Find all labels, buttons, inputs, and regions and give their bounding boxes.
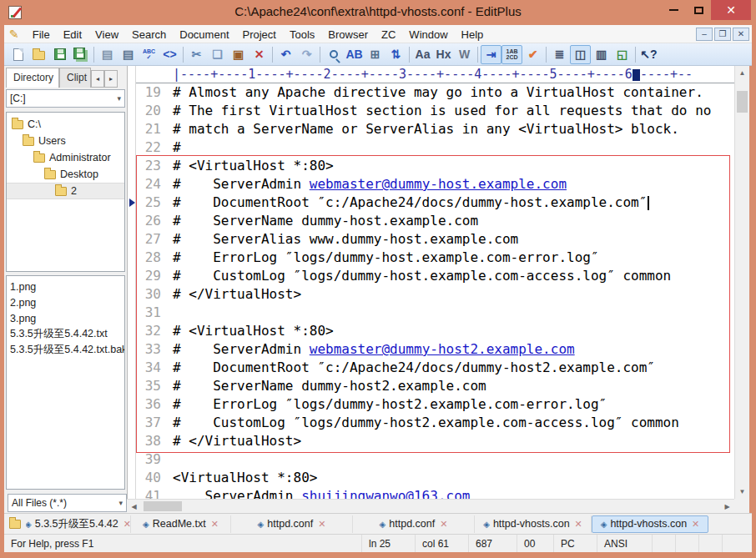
- menu-project[interactable]: Project: [236, 27, 283, 43]
- redo-button[interactable]: ↷: [296, 45, 317, 64]
- code-line[interactable]: 23# <VirtualHost *:80>: [136, 157, 734, 175]
- tab-scroll-left-icon[interactable]: ◂: [91, 70, 104, 88]
- scroll-left-icon[interactable]: ◀: [127, 500, 141, 513]
- save-button[interactable]: [49, 45, 70, 64]
- scroll-right-icon[interactable]: ▶: [720, 500, 734, 513]
- indent-guide-button[interactable]: ⇥: [481, 45, 501, 64]
- menu-help[interactable]: Help: [455, 27, 491, 43]
- mdi-minimize-button[interactable]: –: [696, 28, 713, 41]
- delete-button[interactable]: ✕: [249, 45, 270, 64]
- file-filter-selector[interactable]: All Files (*.*) ▾: [8, 494, 127, 512]
- code-line[interactable]: 38# </VirtualHost>: [136, 432, 734, 450]
- code-line[interactable]: 21# match a ServerName or ServerAlias in…: [136, 120, 734, 138]
- menu-view[interactable]: View: [88, 27, 125, 43]
- spell-check-button[interactable]: ABC✓: [139, 45, 159, 64]
- cut-button[interactable]: ✂: [186, 45, 207, 64]
- code-line[interactable]: 37# CustomLog ″logs/dummy-host2.example.…: [136, 414, 734, 432]
- code-line[interactable]: 33# ServerAdmin webmaster@dummy-host2.ex…: [136, 340, 734, 359]
- find-button[interactable]: [323, 45, 344, 64]
- file-item[interactable]: 2.png: [7, 294, 124, 310]
- document-tab[interactable]: ◈httpd.conf✕: [353, 515, 475, 533]
- document-tab[interactable]: ◈ReadMe.txt✕: [131, 515, 231, 533]
- menu-search[interactable]: Search: [125, 27, 173, 43]
- close-tab-icon[interactable]: ✕: [575, 519, 582, 530]
- file-item[interactable]: 5.3.5升级至5.4.42.txt: [7, 326, 124, 342]
- syntax-check-button[interactable]: ✔: [522, 45, 543, 64]
- mdi-restore-button[interactable]: ❐: [714, 28, 731, 41]
- menu-file[interactable]: File: [26, 27, 57, 43]
- print-button[interactable]: ▤: [118, 45, 139, 64]
- menu-window[interactable]: Window: [402, 27, 454, 43]
- code-line[interactable]: 35# ServerName dummy-host2.example.com: [136, 377, 734, 395]
- menu-document[interactable]: Document: [173, 27, 235, 43]
- tree-item-desktop[interactable]: Desktop: [7, 166, 124, 183]
- open-file-button[interactable]: [28, 45, 49, 64]
- tree-item-users[interactable]: Users: [7, 133, 124, 149]
- tab-scroll-right-icon[interactable]: ▸: [104, 70, 118, 88]
- undo-button[interactable]: ↶: [275, 45, 296, 64]
- code-line[interactable]: 32# <VirtualHost *:80>: [136, 322, 734, 340]
- code-line[interactable]: 34# DocumentRoot ″c:/Apache24/docs/dummy…: [136, 359, 734, 377]
- new-document-button[interactable]: [8, 45, 28, 64]
- close-tab-icon[interactable]: ✕: [211, 519, 219, 530]
- close-tab-icon[interactable]: ✕: [440, 519, 447, 530]
- close-tab-icon[interactable]: ✕: [692, 519, 699, 530]
- set-font-button[interactable]: Aa: [412, 45, 433, 64]
- maximize-button[interactable]: [686, 0, 711, 20]
- menu-zc[interactable]: ZC: [375, 27, 402, 43]
- word-wrap-button[interactable]: W: [454, 45, 475, 64]
- code-line[interactable]: 30# </VirtualHost>: [136, 285, 734, 304]
- vertical-scrollbar[interactable]: ▲ ▼: [734, 66, 749, 499]
- tree-item-administrator[interactable]: Administrator: [7, 149, 124, 166]
- code-line[interactable]: 36# ErrorLog ″logs/dummy-host2.example.c…: [136, 395, 734, 414]
- scroll-down-icon[interactable]: ▼: [735, 485, 749, 499]
- file-manager-button[interactable]: ▥: [591, 45, 612, 64]
- close-tab-icon[interactable]: ✕: [318, 519, 325, 530]
- cliptext-window-button[interactable]: ≣: [549, 45, 570, 64]
- code-line[interactable]: 24# ServerAdmin webmaster@dummy-host.exa…: [136, 175, 734, 194]
- document-tab[interactable]: ◈5.3.5升级至5.4.42✕: [26, 515, 131, 533]
- view-in-browser-button[interactable]: ◱: [612, 45, 633, 64]
- drive-selector[interactable]: [C:] ▾: [6, 89, 125, 108]
- code-line[interactable]: 40<VirtualHost *:80>: [136, 469, 734, 487]
- find-in-files-button[interactable]: ⊞: [365, 45, 386, 64]
- document-tab[interactable]: ◈httpd-vhosts.con✕: [592, 515, 708, 533]
- hex-viewer-button[interactable]: Hx: [433, 45, 454, 64]
- code-line[interactable]: 22#: [136, 138, 734, 157]
- file-item[interactable]: 3.png: [7, 310, 124, 326]
- document-tab[interactable]: ◈httpd.conf✕: [231, 515, 353, 533]
- document-tab[interactable]: ◈httpd-vhosts.con✕: [475, 515, 592, 533]
- tree-item-2[interactable]: 2: [7, 183, 124, 199]
- file-item[interactable]: 1.png: [7, 279, 124, 294]
- directory-window-button[interactable]: ◫: [570, 45, 591, 64]
- tab-directory[interactable]: Directory: [6, 68, 59, 88]
- email-link[interactable]: webmaster@dummy-host.example.com: [310, 176, 567, 192]
- tab-cliptext[interactable]: Clipt: [59, 68, 91, 88]
- email-link[interactable]: webmaster@dummy-host2.example.com: [310, 341, 575, 357]
- mdi-close-button[interactable]: ✕: [733, 28, 749, 41]
- code-line[interactable]: 27# ServerAlias www.dummy-host.example.c…: [136, 230, 734, 249]
- code-line[interactable]: 41 ServerAdmin shuijingwanwo@163.com: [136, 487, 734, 499]
- code-line[interactable]: 31: [136, 304, 734, 322]
- scroll-up-icon[interactable]: ▲: [735, 66, 749, 80]
- file-item[interactable]: 5.3.5升级至5.4.42.txt.bak: [7, 342, 124, 358]
- line-numbers-button[interactable]: 1AB2CD: [501, 45, 522, 64]
- folder-icon[interactable]: [9, 520, 21, 529]
- selection-margin[interactable]: [127, 66, 136, 499]
- code-line[interactable]: 39: [136, 450, 734, 469]
- menu-browser[interactable]: Browser: [321, 27, 375, 43]
- close-tab-icon[interactable]: ✕: [123, 519, 131, 530]
- horizontal-scroll-thumb[interactable]: [144, 501, 182, 511]
- close-button[interactable]: ✕: [711, 0, 751, 20]
- code-line[interactable]: 28# ErrorLog ″logs/dummy-host.example.co…: [136, 249, 734, 267]
- save-all-button[interactable]: [70, 45, 91, 64]
- copy-button[interactable]: ❏: [207, 45, 228, 64]
- email-link[interactable]: shuijingwanwo@163.com: [301, 488, 470, 499]
- context-help-button[interactable]: ↖?: [638, 45, 659, 64]
- code-line[interactable]: 19# Almost any Apache directive may go i…: [136, 83, 734, 102]
- menu-edit[interactable]: Edit: [57, 27, 88, 43]
- code-line[interactable]: 26# ServerName dummy-host.example.com: [136, 212, 734, 230]
- html-tags-button[interactable]: <>: [159, 45, 180, 64]
- paste-button[interactable]: ▣: [228, 45, 249, 64]
- code-line[interactable]: 29# CustomLog ″logs/dummy-host.example.c…: [136, 267, 734, 285]
